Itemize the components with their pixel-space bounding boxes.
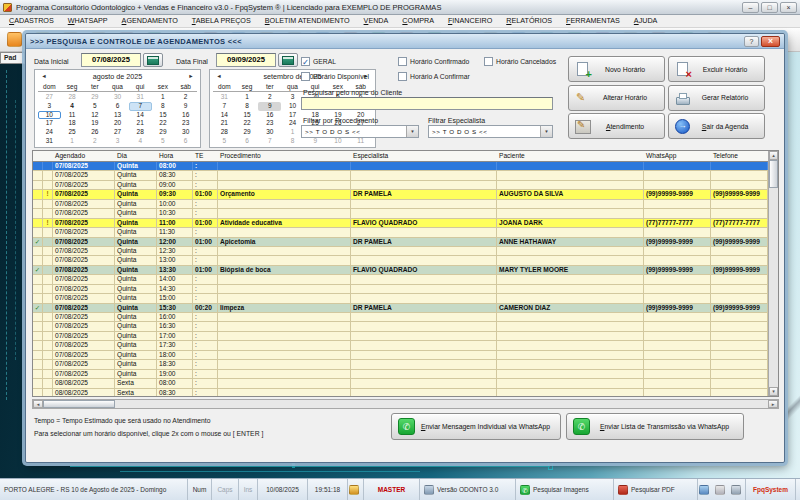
horizontal-scrollbar[interactable]: ◄ ► — [32, 399, 779, 409]
calendar-day[interactable]: 18 — [61, 119, 84, 128]
menu-item[interactable]: VENDA — [357, 15, 396, 27]
calendar-day[interactable]: 6 — [106, 102, 129, 111]
calendar-day[interactable]: 15 — [236, 111, 259, 120]
table-row[interactable]: 08/08/2025 Sexta 08:30 : — [33, 389, 768, 397]
table-row[interactable]: 07/08/2025 Quinta 18:00 : — [33, 351, 768, 360]
status-tool-icons[interactable] — [698, 479, 746, 500]
menu-item[interactable]: WHATSAPP — [61, 15, 115, 27]
close-button[interactable]: × — [780, 2, 797, 13]
calendar-day[interactable]: 31 — [38, 137, 61, 146]
calendar-day[interactable]: 9 — [258, 102, 281, 111]
menu-item[interactable]: CADASTROS — [2, 15, 61, 27]
tool-icon-2[interactable] — [715, 485, 725, 495]
table-row[interactable]: 07/08/2025 Quinta 08:00 : — [33, 162, 768, 171]
calendar-day[interactable]: 7 — [258, 137, 281, 146]
calendar-day[interactable]: 16 — [174, 111, 197, 120]
action-button[interactable]: ✎ Atendimento — [568, 113, 665, 139]
whatsapp-individual-button[interactable]: ✆ Enviar Mensagem Individual via WhatsAp… — [391, 413, 561, 440]
calendar-day[interactable]: 3 — [38, 102, 61, 111]
checkbox-horario-a-confirmar[interactable]: Horário A Confirmar — [398, 72, 470, 81]
calendar-day[interactable]: 2 — [174, 93, 197, 102]
table-row[interactable]: 07/08/2025 Quinta 10:30 : — [33, 209, 768, 218]
table-row[interactable]: 07/08/2025 Quinta 14:30 : — [33, 285, 768, 294]
calendar-day[interactable]: 11 — [349, 137, 372, 146]
header-te[interactable]: TE — [193, 151, 218, 161]
calendar-day[interactable]: 10 — [38, 111, 61, 120]
restore-button[interactable]: □ — [761, 2, 778, 13]
dialog-close-button[interactable]: × — [761, 36, 780, 47]
calendar-day[interactable]: 20 — [106, 119, 129, 128]
filter-specialist-select[interactable]: >> T O D O S << ▼ — [428, 125, 553, 138]
calendar-day[interactable]: 29 — [152, 128, 175, 137]
calendar-day[interactable]: 28 — [61, 93, 84, 102]
header-agendado[interactable]: Agendado — [53, 151, 115, 161]
calendar-day[interactable]: 25 — [61, 128, 84, 137]
calendar-day[interactable]: 26 — [83, 128, 106, 137]
status-search-images[interactable]: ✆ Pesquisar Imagens — [516, 479, 614, 500]
calendar-day[interactable]: 21 — [213, 119, 236, 128]
whatsapp-broadcast-button[interactable]: ✆ Enviar Lista de Transmissão via WhatsA… — [566, 413, 744, 440]
data-final-calendar-button[interactable] — [278, 53, 298, 67]
table-row[interactable]: 07/08/2025 Quinta 18:30 : — [33, 360, 768, 369]
header-whatsapp[interactable]: WhatsApp — [644, 151, 711, 161]
table-row[interactable]: 07/08/2025 Quinta 19:00 : — [33, 370, 768, 379]
header-procedimento[interactable]: Procedimento — [218, 151, 351, 161]
data-final-input[interactable]: 09/09/2025 — [216, 53, 276, 67]
calendar-day[interactable]: 30 — [258, 128, 281, 137]
calendar-day[interactable]: 24 — [38, 128, 61, 137]
menu-item[interactable]: RELATÓRIOS — [499, 15, 559, 27]
calendar-day[interactable]: 6 — [236, 137, 259, 146]
calendar-day[interactable]: 7 — [213, 102, 236, 111]
tool-icon-1[interactable] — [699, 485, 709, 495]
calendar-day[interactable]: 2 — [258, 93, 281, 102]
calendar-day[interactable]: 5 — [83, 102, 106, 111]
calendar-day[interactable]: 11 — [61, 111, 84, 120]
minimize-button[interactable]: – — [742, 2, 759, 13]
calendar-day[interactable]: 15 — [152, 111, 175, 120]
tool-icon-3[interactable] — [731, 485, 741, 495]
table-row[interactable]: 07/08/2025 Quinta 09:00 : — [33, 181, 768, 190]
calendar-day[interactable]: 2 — [83, 137, 106, 146]
table-row[interactable]: 07/08/2025 Quinta 17:30 : — [33, 341, 768, 350]
scroll-right-icon[interactable]: ► — [768, 400, 778, 408]
calendar-day[interactable]: 27 — [38, 93, 61, 102]
calendar-day[interactable]: 8 — [281, 137, 304, 146]
calendar-next-icon[interactable]: ► — [182, 73, 200, 79]
calendar-day[interactable]: 27 — [106, 128, 129, 137]
calendar-day[interactable]: 14 — [129, 111, 152, 120]
calendar-day[interactable]: 30 — [106, 93, 129, 102]
scroll-down-icon[interactable]: ▼ — [769, 387, 778, 396]
table-row[interactable]: ✓ 07/08/2025 Quinta 13:30 01:00 Biópsia … — [33, 266, 768, 275]
status-search-pdf[interactable]: Pesquisar PDF — [614, 479, 698, 500]
calendar-day[interactable]: 17 — [38, 119, 61, 128]
calendar-day[interactable]: 16 — [258, 111, 281, 120]
calendar-day[interactable]: 31 — [129, 93, 152, 102]
header-dia[interactable]: Dia — [115, 151, 157, 161]
table-row[interactable]: 07/08/2025 Quinta 12:30 : — [33, 247, 768, 256]
checkbox-horario-disponivel[interactable]: Horário Disponível — [301, 72, 369, 81]
calendar-day[interactable]: 22 — [236, 119, 259, 128]
table-row[interactable]: 07/08/2025 Quinta 15:00 : — [33, 294, 768, 303]
vertical-scroll-thumb[interactable] — [769, 160, 778, 188]
calendar-day[interactable]: 31 — [213, 93, 236, 102]
menu-item[interactable]: BOLETIM ATENDIMENTO — [258, 15, 357, 27]
calendar-day[interactable]: 28 — [213, 128, 236, 137]
calendar-prev-icon[interactable]: ◄ — [210, 73, 228, 79]
calendar-day[interactable]: 9 — [174, 102, 197, 111]
table-row[interactable]: 08/08/2025 Sexta 08:00 : — [33, 379, 768, 388]
calendar-day[interactable]: 5 — [152, 137, 175, 146]
calendar-day[interactable]: 12 — [83, 111, 106, 120]
table-row[interactable]: 07/08/2025 Quinta 17:00 : — [33, 332, 768, 341]
table-row[interactable]: 07/08/2025 Quinta 16:00 : — [33, 313, 768, 322]
calendar-day[interactable]: 10 — [327, 137, 350, 146]
header-telefone[interactable]: Telefone — [711, 151, 768, 161]
calendar-day[interactable]: 21 — [129, 119, 152, 128]
table-row[interactable]: 07/08/2025 Quinta 13:00 : — [33, 256, 768, 265]
data-inicial-input[interactable]: 07/08/2025 — [81, 53, 141, 67]
vertical-scrollbar[interactable]: ▲ ▼ — [768, 151, 778, 396]
scroll-left-icon[interactable]: ◄ — [33, 400, 43, 408]
table-row[interactable]: 07/08/2025 Quinta 08:30 : — [33, 171, 768, 180]
calendar-day[interactable]: 17 — [281, 111, 304, 120]
menu-item[interactable]: FERRAMENTAS — [559, 15, 627, 27]
table-row[interactable]: 07/08/2025 Quinta 11:30 : — [33, 228, 768, 237]
